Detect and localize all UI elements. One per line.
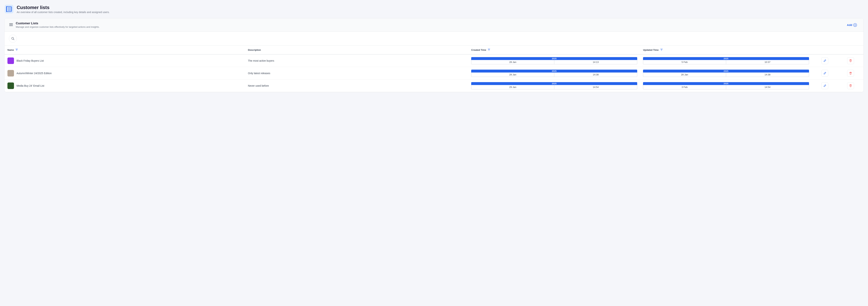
created-time-0: 14:13 xyxy=(554,60,637,64)
edit-button-1[interactable] xyxy=(822,70,828,77)
created-year-1: 2025 xyxy=(471,70,637,72)
svg-line-13 xyxy=(13,39,14,40)
edit-cell-0 xyxy=(812,55,838,67)
delete-button-1[interactable] xyxy=(847,70,854,77)
updated-date-1: 28 Jan xyxy=(643,72,726,77)
row-desc-0: The most active buyers xyxy=(248,59,274,62)
table-row: Autumn/Winter 24/2025 Edition Only lates… xyxy=(4,67,864,79)
delete-cell-0 xyxy=(838,55,864,67)
edit-button-2[interactable] xyxy=(822,82,828,89)
edit-cell-1 xyxy=(812,67,838,79)
col-header-delete xyxy=(838,46,864,55)
search-button[interactable] xyxy=(9,35,17,43)
created-cell-2: 2025 29 Jan 14:54 xyxy=(468,79,640,92)
card-header: Customer Lists Manage and organize custo… xyxy=(4,18,864,32)
color-swatch-0 xyxy=(7,58,14,64)
col-header-created: Created Time xyxy=(468,46,640,55)
row-desc-1: Only latest releases xyxy=(248,72,270,75)
plus-icon xyxy=(853,23,857,27)
delete-button-0[interactable] xyxy=(847,57,854,64)
page-subtitle: An overview of all customer lists create… xyxy=(17,11,110,13)
card-header-left: Customer Lists Manage and organize custo… xyxy=(9,22,100,28)
created-date-1: 28 Jan xyxy=(471,72,554,77)
row-name-2: Media Buy 24' Email List xyxy=(17,84,44,87)
color-swatch-1 xyxy=(7,70,14,76)
col-header-name: Name xyxy=(4,46,245,55)
created-date-2: 29 Jan xyxy=(471,85,554,89)
card-header-text: Customer Lists Manage and organize custo… xyxy=(16,22,100,28)
col-header-description: Description xyxy=(245,46,468,55)
list-icon xyxy=(9,23,13,28)
page-header: Customer lists An overview of all custom… xyxy=(4,4,864,14)
customer-lists-card: Customer Lists Manage and organize custo… xyxy=(4,18,864,92)
edit-icon xyxy=(824,59,826,62)
delete-cell-2 xyxy=(838,79,864,92)
description-cell-2: Never used before xyxy=(245,79,468,92)
table-wrapper: Name Description xyxy=(4,46,864,92)
trash-icon xyxy=(849,72,852,75)
add-button[interactable]: Add xyxy=(845,22,859,28)
search-icon xyxy=(11,37,15,40)
add-label: Add xyxy=(847,23,852,27)
page-title: Customer lists xyxy=(17,5,110,10)
updated-cell-2: 2025 3 Feb 14:54 xyxy=(640,79,812,92)
updated-time-0: 10:37 xyxy=(726,60,809,64)
table-row: Media Buy 24' Email List Never used befo… xyxy=(4,79,864,92)
name-cell-0: Black Friday Buyers List xyxy=(4,55,245,67)
name-cell-1: Autumn/Winter 24/2025 Edition xyxy=(4,67,245,79)
created-time-1: 14:38 xyxy=(554,72,637,77)
color-swatch-2 xyxy=(7,82,14,89)
customer-lists-table: Name Description xyxy=(4,46,864,92)
name-filter-icon[interactable] xyxy=(15,48,18,52)
created-year-2: 2025 xyxy=(471,82,637,85)
updated-year-0: 2025 xyxy=(643,57,809,60)
updated-time-1: 14:38 xyxy=(726,72,809,77)
trash-icon xyxy=(849,59,852,62)
updated-year-1: 2025 xyxy=(643,70,809,72)
edit-icon xyxy=(824,84,826,87)
svg-point-12 xyxy=(11,37,13,39)
table-row: Black Friday Buyers List The most active… xyxy=(4,55,864,67)
page-header-text: Customer lists An overview of all custom… xyxy=(17,5,110,13)
created-filter-icon[interactable] xyxy=(488,48,490,52)
card-subtitle: Manage and organize customer lists effec… xyxy=(16,26,100,28)
edit-button-0[interactable] xyxy=(822,57,828,64)
col-header-updated: Updated Time xyxy=(640,46,812,55)
table-header-row: Name Description xyxy=(4,46,864,55)
updated-filter-icon[interactable] xyxy=(660,48,663,52)
col-header-edit xyxy=(812,46,838,55)
row-desc-2: Never used before xyxy=(248,84,269,87)
updated-date-0: 5 Feb xyxy=(643,60,726,64)
row-name-1: Autumn/Winter 24/2025 Edition xyxy=(17,72,52,75)
created-date-0: 28 Jan xyxy=(471,60,554,64)
name-cell-2: Media Buy 24' Email List xyxy=(4,79,245,92)
updated-cell-0: 2025 5 Feb 10:37 xyxy=(640,55,812,67)
created-year-0: 2025 xyxy=(471,57,637,60)
edit-cell-2 xyxy=(812,79,838,92)
updated-time-2: 14:54 xyxy=(726,85,809,89)
delete-button-2[interactable] xyxy=(847,82,854,89)
description-cell-0: The most active buyers xyxy=(245,55,468,67)
updated-date-2: 3 Feb xyxy=(643,85,726,89)
search-area xyxy=(4,32,864,46)
row-name-0: Black Friday Buyers List xyxy=(17,59,44,62)
description-cell-1: Only latest releases xyxy=(245,67,468,79)
created-cell-1: 2025 28 Jan 14:38 xyxy=(468,67,640,79)
updated-year-2: 2025 xyxy=(643,82,809,85)
page-header-icon xyxy=(4,4,14,14)
created-cell-0: 2025 28 Jan 14:13 xyxy=(468,55,640,67)
updated-cell-1: 2025 28 Jan 14:38 xyxy=(640,67,812,79)
delete-cell-1 xyxy=(838,67,864,79)
edit-icon xyxy=(824,72,826,75)
trash-icon xyxy=(849,84,852,87)
card-title: Customer Lists xyxy=(16,22,100,25)
created-time-2: 14:54 xyxy=(554,85,637,89)
